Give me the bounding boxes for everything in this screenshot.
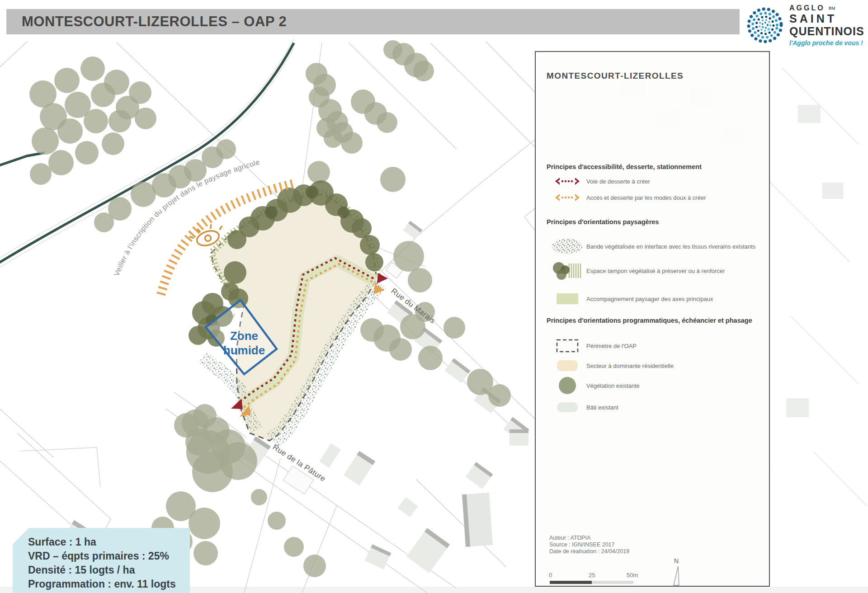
legend-title: MONTESCOURT-LIZEROLLES <box>547 71 684 81</box>
legend-item-label: Voie de desserte à créer <box>586 178 650 185</box>
legend-item-label: Végétation existante <box>586 382 640 389</box>
stat-programmation: Programmation : env. 11 logts <box>28 577 190 591</box>
logo-line1: AGGLO <box>789 4 825 12</box>
stat-densite: Densité : 15 logts / ha <box>28 563 190 577</box>
scale-bar-dark <box>550 581 592 584</box>
legend-item-perimetre: Périmètre de l'OAP <box>536 336 769 356</box>
beige-swatch-icon <box>551 356 584 376</box>
page-title: MONTESCOURT-LIZEROLLES – OAP 2 <box>6 14 287 30</box>
zone-humide-label-line2: humide <box>223 344 265 357</box>
credit-source: Source : IGN/INSEE 2017 <box>549 541 629 548</box>
logo-line3: QUENTINOIS <box>789 26 864 37</box>
north-arrow-icon <box>672 565 680 586</box>
legend-item-espace-tampon: Espace tampon végétalisé à préserver ou … <box>536 261 769 281</box>
green-swatch-icon <box>551 289 584 309</box>
legend-panel: MONTESCOURT-LIZEROLLES Principes d'acces… <box>535 51 770 587</box>
logo-rosette-icon <box>742 3 788 48</box>
north-label: N <box>670 557 683 565</box>
vegetated-buffer-icon <box>551 261 584 281</box>
stat-surface: Surface : 1 ha <box>28 535 190 549</box>
credit-author: Auteur : ATOPIA <box>549 535 629 541</box>
north-arrow: N <box>670 557 683 588</box>
scale-bar: 0 25 50m <box>550 572 649 584</box>
legend-item-label: Accompagnement paysager des axes princip… <box>586 296 713 302</box>
gray-swatch-icon <box>551 397 584 417</box>
legend-item-accompagnement: Accompagnement paysager des axes princip… <box>536 289 769 309</box>
map-credits: Auteur : ATOPIA Source : IGN/INSEE 2017 … <box>549 535 629 555</box>
scale-tick-50: 50m <box>627 572 638 579</box>
legend-item-label: Secteur à dominante résidentielle <box>586 362 674 369</box>
credit-date: Date de réalisation : 24/04/2019 <box>549 548 629 555</box>
speckle-band-icon <box>551 236 584 256</box>
legend-item-bande-vegetalisee: Bande végétalisée en interface avec les … <box>536 236 769 256</box>
stat-vrd: VRD – éqpts primaires : 25% <box>28 549 190 563</box>
legend-item-label: Accès et desserte par les modes doux à c… <box>586 194 706 201</box>
scale-tick-25: 25 <box>589 572 595 579</box>
legend-item-modes-doux: Accès et desserte par les modes doux à c… <box>536 188 769 207</box>
legend-item-vegetation-existante: Végétation existante <box>536 376 769 395</box>
oap-map-page: Veiller à l'inscription du projet dans l… <box>0 0 868 593</box>
header-bar: MONTESCOURT-LIZEROLLES – OAP 2 <box>6 9 740 34</box>
dotted-arrow-orange-icon <box>551 188 584 207</box>
legend-item-label: Bande végétalisée en interface avec les … <box>586 243 755 250</box>
legend-section-paysageres: Principes d'orientations paysagères <box>547 218 659 226</box>
legend-item-label: Espace tampon végétalisé à préserver ou … <box>586 268 725 274</box>
legend-item-bati-existant: Bâti existant <box>536 397 769 417</box>
scale-bar-light <box>592 581 633 584</box>
dashed-perimeter-icon <box>551 336 584 356</box>
logo-line2: SAINT <box>789 13 864 24</box>
legend-item-secteur-residentiel: Secteur à dominante résidentielle <box>536 356 769 376</box>
project-stats-box: Surface : 1 ha VRD – éqpts primaires : 2… <box>13 528 190 593</box>
logo-tagline: l'Agglo proche de vous ! <box>789 40 864 46</box>
scale-tick-0: 0 <box>549 572 552 579</box>
olive-circle-icon <box>551 376 584 395</box>
zone-humide-label-line1: Zone <box>230 329 258 343</box>
logo-line1-suffix: DU <box>829 6 835 10</box>
legend-item-label: Bâti existant <box>586 404 618 411</box>
legend-item-label: Périmètre de l'OAP <box>586 343 637 349</box>
legend-section-accessibility: Principes d'accessibilité, desserte, sta… <box>547 163 702 170</box>
legend-section-programmatiques: Principes d'orientations programmatiques… <box>547 317 752 324</box>
agglo-logo: AGGLO DU SAINT QUENTINOIS l'Agglo proche… <box>742 2 867 49</box>
